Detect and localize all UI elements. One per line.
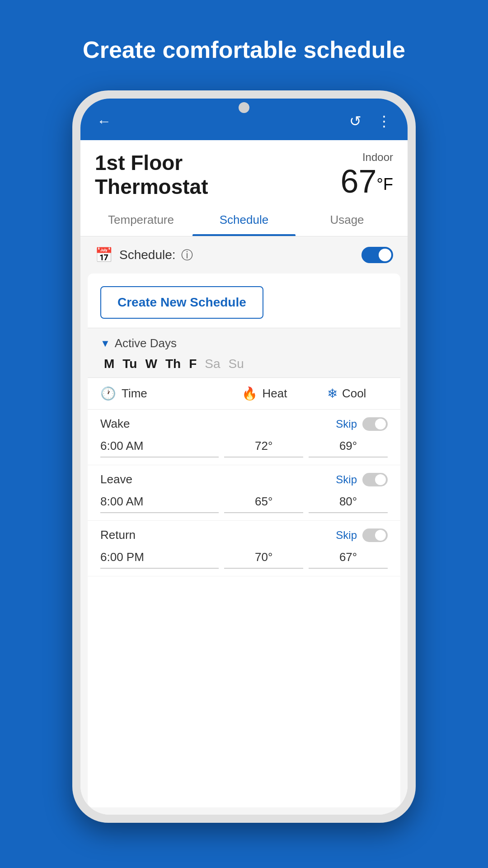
active-days-section: ▼ Active Days M Tu W Th F Sa Su (88, 328, 400, 378)
day-wednesday[interactable]: W (145, 357, 157, 371)
wake-skip-link[interactable]: Skip (336, 418, 357, 430)
return-cool[interactable]: 67° (309, 547, 388, 569)
period-wake-values: 6:00 AM 72° 69° (100, 435, 388, 458)
time-col-label: Time (122, 387, 147, 401)
active-days-title: Active Days (115, 336, 177, 350)
cool-col-label: Cool (342, 387, 366, 401)
schedule-period-wake: Wake Skip 6:00 AM 72° 69° (88, 410, 400, 465)
period-leave-name: Leave (100, 472, 336, 486)
schedule-section: Wake Skip 6:00 AM 72° 69° Lea (88, 410, 400, 807)
active-days-header: ▼ Active Days (100, 336, 388, 350)
tab-temperature[interactable]: Temperature (89, 204, 192, 236)
leave-skip-link[interactable]: Skip (336, 473, 357, 486)
day-friday[interactable]: F (189, 357, 197, 371)
schedule-label: Schedule: (119, 248, 176, 262)
heat-col-label: Heat (262, 387, 287, 401)
create-new-schedule-button[interactable]: Create New Schedule (100, 286, 263, 319)
return-heat[interactable]: 70° (224, 547, 303, 569)
create-btn-row: Create New Schedule (88, 274, 400, 328)
col-cool-header: ❄ Cool (305, 386, 388, 401)
day-tuesday[interactable]: Tu (122, 357, 137, 371)
day-saturday[interactable]: Sa (205, 357, 220, 371)
back-button[interactable]: ← (94, 111, 114, 131)
period-leave-values: 8:00 AM 65° 80° (100, 491, 388, 513)
snowflake-icon: ❄ (327, 386, 338, 401)
col-time-header: 🕐 Time (100, 386, 224, 401)
leave-skip-toggle[interactable] (362, 473, 388, 486)
phone-frame: ← ↺ ⋮ 1st FloorThermostat Indoor 67°F Te… (72, 90, 416, 823)
schedule-toggle[interactable] (361, 247, 393, 263)
period-wake-header: Wake Skip (100, 417, 388, 431)
return-time[interactable]: 6:00 PM (100, 547, 219, 569)
phone-inner: ← ↺ ⋮ 1st FloorThermostat Indoor 67°F Te… (80, 99, 408, 815)
period-return-name: Return (100, 528, 336, 542)
chevron-down-icon[interactable]: ▼ (100, 338, 110, 349)
schedule-toggle-row: 📅 Schedule: ⓘ (80, 236, 408, 274)
day-sunday[interactable]: Su (228, 357, 244, 371)
device-header: 1st FloorThermostat Indoor 67°F (80, 140, 408, 199)
tab-usage[interactable]: Usage (296, 204, 399, 236)
days-row: M Tu W Th F Sa Su (100, 357, 388, 371)
day-thursday[interactable]: Th (165, 357, 181, 371)
leave-cool[interactable]: 80° (309, 491, 388, 513)
wake-time[interactable]: 6:00 AM (100, 435, 219, 458)
schedule-period-return: Return Skip 6:00 PM 70° 67° (88, 521, 400, 576)
period-return-header: Return Skip (100, 528, 388, 542)
schedule-card: Create New Schedule ▼ Active Days M Tu W… (88, 274, 400, 807)
tab-schedule[interactable]: Schedule (192, 204, 296, 236)
info-icon[interactable]: ⓘ (181, 247, 193, 263)
calendar-icon: 📅 (95, 246, 113, 264)
camera-notch (239, 102, 249, 113)
indoor-temp: 67°F (341, 164, 393, 199)
schedule-period-leave: Leave Skip 8:00 AM 65° 80° (88, 465, 400, 521)
indoor-section: Indoor 67°F (341, 151, 393, 199)
wake-skip-toggle[interactable] (362, 417, 388, 431)
wake-cool[interactable]: 69° (309, 435, 388, 458)
period-leave-header: Leave Skip (100, 472, 388, 486)
indoor-label: Indoor (341, 151, 393, 164)
refresh-button[interactable]: ↺ (345, 111, 365, 131)
col-heat-header: 🔥 Heat (224, 386, 306, 401)
leave-heat[interactable]: 65° (224, 491, 303, 513)
return-skip-link[interactable]: Skip (336, 529, 357, 542)
period-wake-name: Wake (100, 417, 336, 431)
page-title: Create comfortable schedule (83, 36, 405, 63)
device-name: 1st FloorThermostat (95, 151, 208, 199)
leave-time[interactable]: 8:00 AM (100, 491, 219, 513)
app-bar-actions: ↺ ⋮ (345, 111, 394, 131)
wake-heat[interactable]: 72° (224, 435, 303, 458)
tabs-bar: Temperature Schedule Usage (80, 204, 408, 236)
clock-icon: 🕐 (100, 386, 116, 401)
more-button[interactable]: ⋮ (374, 111, 394, 131)
main-content: 📅 Schedule: ⓘ Create New Schedule ▼ Acti… (80, 236, 408, 815)
return-skip-toggle[interactable] (362, 528, 388, 542)
day-monday[interactable]: M (104, 357, 114, 371)
period-return-values: 6:00 PM 70° 67° (100, 547, 388, 569)
schedule-table-header: 🕐 Time 🔥 Heat ❄ Cool (88, 378, 400, 410)
fire-icon: 🔥 (242, 386, 258, 401)
